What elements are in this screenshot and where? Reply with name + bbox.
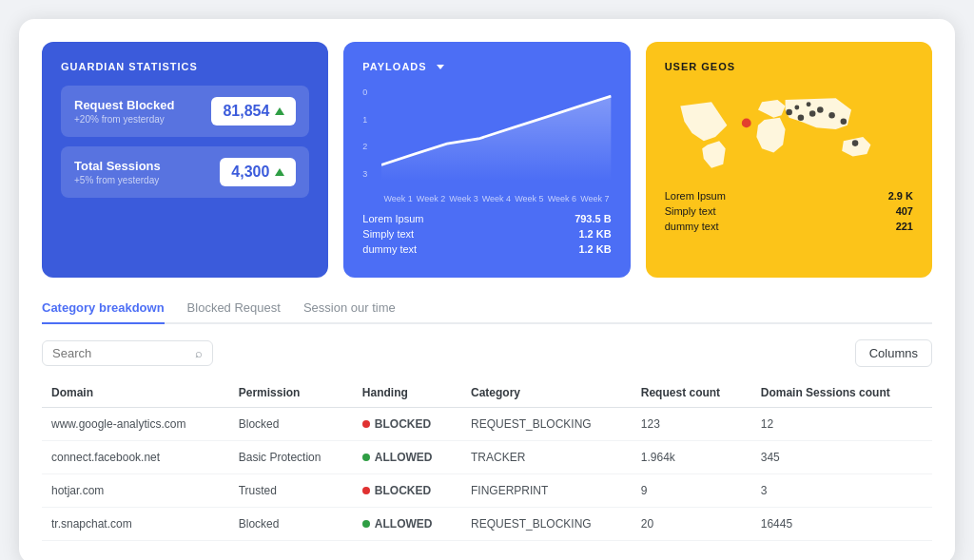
cell-category-3: REQUEST_BLOCKING	[461, 508, 632, 541]
geos-row-2: dummy text 221	[665, 221, 913, 232]
payloads-row-0: Lorem Ipsum 793.5 B	[362, 213, 611, 224]
svg-point-5	[840, 118, 847, 125]
handing-badge-2: BLOCKED	[362, 484, 452, 497]
map-dot-red	[742, 118, 751, 127]
cell-domain-3: tr.snapchat.com	[42, 508, 229, 541]
main-container: GUARDIAN STATISTICS Request Blocked +20%…	[19, 19, 955, 560]
total-sessions-info: Total Sessions +5% from yesterday	[74, 159, 161, 185]
cell-category-0: REQUEST_BLOCKING	[461, 408, 632, 441]
cell-session-count-2: 3	[751, 474, 932, 508]
handing-dot-2	[362, 487, 370, 494]
handing-dot-3	[362, 520, 370, 528]
columns-button[interactable]: Columns	[855, 339, 932, 367]
col-domain: Domain	[42, 378, 229, 408]
request-blocked-label: Request Blocked	[74, 98, 174, 112]
handing-label-0: BLOCKED	[375, 417, 431, 431]
table-row: hotjar.com Trusted BLOCKED FINGERPRINT 9…	[42, 474, 932, 508]
total-sessions-arrow-icon	[275, 168, 284, 176]
line-chart-svg	[381, 86, 611, 181]
table-controls: ⌕ Columns	[42, 339, 932, 367]
header-row: Domain Permission Handing Category Reque…	[42, 378, 932, 408]
handing-label-3: ALLOWED	[375, 517, 433, 531]
svg-point-4	[828, 112, 835, 119]
request-blocked-value-box: 81,854	[211, 97, 296, 126]
cell-permission-3: Blocked	[229, 508, 353, 541]
cell-category-1: TRACKER	[461, 441, 632, 474]
col-handing: Handing	[353, 378, 461, 408]
payloads-chevron-icon[interactable]	[437, 65, 444, 69]
search-box[interactable]: ⌕	[42, 340, 213, 366]
payloads-value-2: 1.2 KB	[578, 243, 611, 255]
svg-point-1	[797, 114, 804, 121]
total-sessions-value: 4,300	[231, 164, 269, 181]
table-header: Domain Permission Handing Category Reque…	[42, 378, 932, 408]
request-blocked-info: Request Blocked +20% from yesterday	[74, 98, 174, 125]
geos-card: USER GEOS	[646, 42, 932, 278]
payloads-value-0: 793.5 B	[575, 213, 612, 224]
geos-value-0: 2.9 K	[888, 190, 913, 202]
geos-map	[665, 86, 913, 181]
line-chart-area	[381, 96, 611, 181]
guardian-title-text: GUARDIAN STATISTICS	[61, 61, 198, 72]
tab-category-breakdown[interactable]: Category breakdown	[42, 300, 165, 324]
payloads-label-1: Simply text	[362, 228, 414, 240]
cell-domain-2: hotjar.com	[42, 474, 229, 508]
svg-point-7	[794, 106, 799, 110]
cell-permission-2: Trusted	[229, 474, 353, 508]
guardian-title: GUARDIAN STATISTICS	[61, 61, 309, 72]
payloads-card: PAYLOADS 3 2 1 0	[343, 42, 630, 278]
payloads-label-0: Lorem Ipsum	[362, 213, 423, 224]
svg-point-8	[806, 102, 810, 106]
col-category: Category	[461, 378, 632, 408]
payloads-chart: 3 2 1 0	[362, 86, 611, 181]
search-icon: ⌕	[195, 346, 203, 360]
guardian-card: GUARDIAN STATISTICS Request Blocked +20%…	[42, 42, 328, 278]
geos-row-1: Simply text 407	[665, 205, 913, 217]
handing-label-2: BLOCKED	[375, 484, 431, 497]
svg-point-6	[851, 140, 858, 146]
chart-x-labels: Week 1 Week 2 Week 3 Week 4 Week 5 Week …	[381, 194, 611, 203]
cell-permission-1: Basic Protection	[229, 441, 353, 474]
col-request-count: Request count	[632, 378, 751, 408]
cards-row: GUARDIAN STATISTICS Request Blocked +20%…	[42, 42, 932, 278]
chart-y-labels: 3 2 1 0	[362, 86, 367, 181]
payloads-value-1: 1.2 KB	[578, 228, 611, 240]
cell-session-count-1: 345	[751, 441, 932, 474]
total-sessions-box: Total Sessions +5% from yesterday 4,300	[61, 146, 309, 198]
payloads-title-text: PAYLOADS	[362, 61, 426, 72]
cell-category-2: FINGERPRINT	[461, 474, 632, 508]
request-blocked-box: Request Blocked +20% from yesterday 81,8…	[61, 86, 309, 137]
search-input[interactable]	[52, 346, 189, 360]
tabs-row: Category breakdown Blocked Request Sessi…	[42, 300, 932, 324]
handing-badge-3: ALLOWED	[362, 517, 452, 531]
cell-domain-1: connect.facebook.net	[42, 441, 229, 474]
cell-handing-3: ALLOWED	[353, 508, 461, 541]
chart-svg-container	[381, 86, 611, 181]
handing-dot-0	[362, 420, 370, 428]
table-body: www.google-analytics.com Blocked BLOCKED…	[42, 408, 932, 541]
table-row: connect.facebook.net Basic Protection AL…	[42, 441, 932, 474]
svg-point-0	[786, 109, 792, 116]
cell-handing-2: BLOCKED	[353, 474, 461, 508]
cell-request-count-3: 20	[632, 508, 751, 541]
handing-label-1: ALLOWED	[375, 451, 433, 464]
svg-point-3	[817, 106, 824, 113]
cell-request-count-1: 1.964k	[632, 441, 751, 474]
geos-value-1: 407	[896, 205, 913, 217]
cell-request-count-2: 9	[632, 474, 751, 508]
cell-request-count-0: 123	[632, 408, 751, 441]
col-permission: Permission	[229, 378, 353, 408]
request-blocked-arrow-icon	[275, 107, 284, 115]
geos-row-0: Lorem Ipsum 2.9 K	[665, 190, 913, 202]
payloads-title: PAYLOADS	[362, 61, 611, 72]
geos-title: USER GEOS	[665, 61, 913, 72]
cell-domain-0: www.google-analytics.com	[42, 408, 229, 441]
handing-badge-0: BLOCKED	[362, 417, 452, 431]
payloads-label-2: dummy text	[362, 243, 417, 255]
cell-session-count-0: 12	[751, 408, 932, 441]
cell-handing-0: BLOCKED	[353, 408, 461, 441]
tab-session-our-time[interactable]: Session our time	[303, 300, 396, 324]
total-sessions-sub: +5% from yesterday	[74, 175, 161, 185]
tab-blocked-request[interactable]: Blocked Request	[187, 300, 281, 324]
payloads-row-1: Simply text 1.2 KB	[362, 228, 611, 240]
